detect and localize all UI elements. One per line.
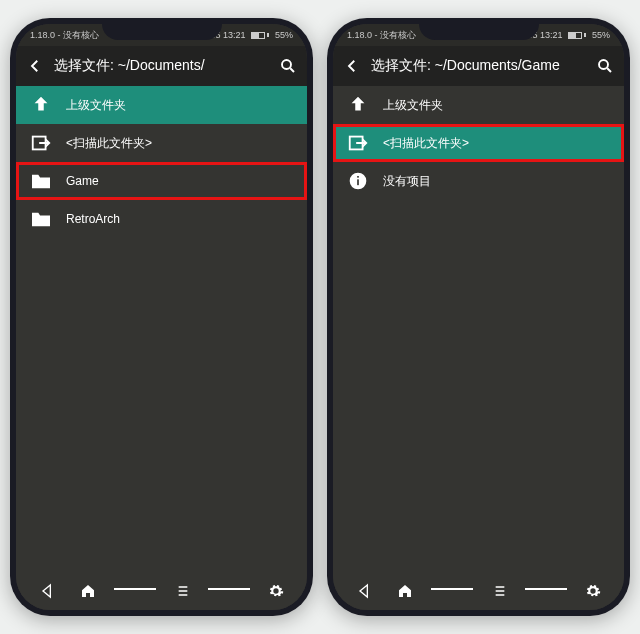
phone-right: 1.18.0 - 没有核心 21:05 13:21 55% 选择文件: ~/Do… — [327, 18, 630, 616]
phone-notch — [419, 18, 539, 40]
up-arrow-icon — [30, 94, 52, 116]
row-folder-game[interactable]: Game — [16, 162, 307, 200]
gear-icon[interactable] — [585, 583, 601, 599]
row-no-items: 没有项目 — [333, 162, 624, 200]
home-icon[interactable] — [80, 583, 96, 599]
battery-icon — [568, 32, 586, 39]
phone-left: 1.18.0 - 没有核心 21:05 13:21 55% 选择文件: ~/Do… — [10, 18, 313, 616]
back-icon[interactable] — [26, 57, 44, 75]
battery-icon — [251, 32, 269, 39]
row-label: 没有项目 — [383, 173, 610, 190]
row-label: 上级文件夹 — [66, 97, 293, 114]
nav-underline — [208, 588, 250, 590]
row-parent-folder[interactable]: 上级文件夹 — [333, 86, 624, 124]
up-arrow-icon — [347, 94, 369, 116]
folder-icon — [30, 210, 52, 228]
file-list: 上级文件夹 <扫描此文件夹> 没有项目 — [333, 86, 624, 572]
svg-point-0 — [282, 60, 291, 69]
folder-icon — [30, 172, 52, 190]
row-label: Game — [66, 174, 293, 188]
app-bar: 选择文件: ~/Documents/Game — [333, 46, 624, 86]
nav-back-icon[interactable] — [39, 583, 55, 599]
list-icon[interactable] — [491, 583, 507, 599]
status-left-text: 1.18.0 - 没有核心 — [347, 29, 416, 42]
gear-icon[interactable] — [268, 583, 284, 599]
phone-notch — [102, 18, 222, 40]
bottom-nav — [16, 572, 307, 610]
search-icon[interactable] — [596, 57, 614, 75]
info-icon — [347, 171, 369, 191]
row-label: 上级文件夹 — [383, 97, 610, 114]
battery-percent: 55% — [275, 30, 293, 40]
svg-rect-5 — [357, 179, 359, 185]
back-icon[interactable] — [343, 57, 361, 75]
app-bar: 选择文件: ~/Documents/ — [16, 46, 307, 86]
file-list: 上级文件夹 <扫描此文件夹> Game RetroArch — [16, 86, 307, 572]
nav-underline — [525, 588, 567, 590]
row-parent-folder[interactable]: 上级文件夹 — [16, 86, 307, 124]
scan-icon — [347, 132, 369, 154]
scan-icon — [30, 132, 52, 154]
row-folder-retroarch[interactable]: RetroArch — [16, 200, 307, 238]
svg-point-2 — [599, 60, 608, 69]
status-left-text: 1.18.0 - 没有核心 — [30, 29, 99, 42]
row-label: RetroArch — [66, 212, 293, 226]
battery-percent: 55% — [592, 30, 610, 40]
home-icon[interactable] — [397, 583, 413, 599]
row-label: <扫描此文件夹> — [383, 135, 610, 152]
svg-rect-6 — [357, 176, 359, 178]
bottom-nav — [333, 572, 624, 610]
list-icon[interactable] — [174, 583, 190, 599]
row-label: <扫描此文件夹> — [66, 135, 293, 152]
search-icon[interactable] — [279, 57, 297, 75]
nav-underline — [114, 588, 156, 590]
nav-underline — [431, 588, 473, 590]
row-scan-folder[interactable]: <扫描此文件夹> — [16, 124, 307, 162]
row-scan-folder[interactable]: <扫描此文件夹> — [333, 124, 624, 162]
app-bar-title: 选择文件: ~/Documents/Game — [371, 57, 586, 75]
nav-back-icon[interactable] — [356, 583, 372, 599]
app-bar-title: 选择文件: ~/Documents/ — [54, 57, 269, 75]
